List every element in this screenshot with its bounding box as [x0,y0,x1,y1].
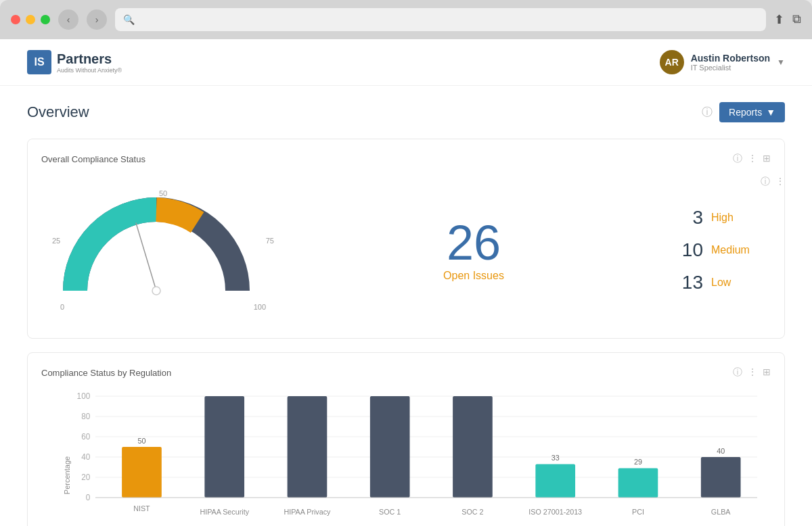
bar-chart-title: Compliance Status by Regulation [41,368,171,378]
card-title: Overall Compliance Status [41,154,145,164]
header-actions: ⓘ Reports ▼ [702,102,785,122]
reports-button[interactable]: Reports ▼ [719,102,785,122]
severity-low: 13 Low [676,272,757,293]
svg-rect-25 [535,464,575,498]
card-info-icon[interactable]: ⓘ [733,153,742,165]
right-info-icon[interactable]: ⓘ [761,176,770,188]
high-label: High [711,212,734,224]
minimize-button[interactable] [26,15,35,24]
compliance-status-card: Overall Compliance Status ⓘ ⋮ ⊞ [27,139,785,339]
forward-button[interactable]: › [87,9,107,30]
traffic-lights [11,15,50,24]
y-axis-label: Percentage [63,456,71,494]
medium-label: Medium [711,244,750,256]
logo-tagline: Audits Without Anxiety® [57,67,122,74]
issues-number: 26 [271,218,676,267]
svg-rect-14 [122,447,162,498]
overview-info-icon[interactable]: ⓘ [702,105,713,120]
close-button[interactable] [11,15,20,24]
right-more-icon[interactable]: ⋮ [775,176,785,188]
bar-grid-icon[interactable]: ⊞ [763,366,771,379]
right-card-actions: ⓘ ⋮ [761,176,785,188]
gauge-chart [55,183,258,311]
browser-chrome: ‹ › 🔍 ⬆ ⧉ [0,0,812,39]
maximize-button[interactable] [41,15,50,24]
svg-text:100: 100 [77,391,91,401]
card-header: Overall Compliance Status ⓘ ⋮ ⊞ [41,153,771,165]
gauge-label-50: 50 [159,189,167,197]
logo-text: Partners Audits Without Anxiety® [57,51,122,74]
back-button[interactable]: ‹ [58,9,78,30]
card-more-icon[interactable]: ⋮ [748,153,757,165]
gauge-label-100: 100 [254,303,266,311]
svg-text:SOC 1: SOC 1 [379,508,401,516]
svg-rect-23 [453,396,493,498]
gauge-container: 0 25 50 75 100 26 Open Issues 3 High [41,176,771,325]
svg-text:29: 29 [634,458,642,466]
svg-rect-19 [288,396,328,498]
svg-text:40: 40 [717,447,725,455]
user-info[interactable]: AR Austin Robertson IT Specialist ▼ [660,50,785,74]
open-issues: 26 Open Issues [271,218,676,282]
svg-point-1 [152,287,160,295]
search-icon: 🔍 [123,14,135,25]
gauge-wrap: 0 25 50 75 100 [55,183,271,318]
svg-text:GLBA: GLBA [711,508,731,516]
card-grid-icon[interactable]: ⊞ [763,153,771,165]
card-actions: ⓘ ⋮ ⊞ [733,153,771,165]
high-count: 3 [676,207,703,229]
svg-rect-17 [204,396,244,498]
copy-icon[interactable]: ⧉ [792,12,801,27]
user-name: Austin Robertson [691,53,770,64]
svg-text:ISO 27001-2013: ISO 27001-2013 [528,508,582,516]
medium-count: 10 [676,239,703,261]
svg-text:SOC 2: SOC 2 [461,508,483,516]
gauge-label-75: 75 [266,237,274,245]
bar-chart-card: Compliance Status by Regulation ⓘ ⋮ ⊞ Pe… [27,352,785,526]
issues-label: Open Issues [271,270,676,282]
browser-toolbar: ⬆ ⧉ [774,12,801,27]
gauge-label-0: 0 [60,303,64,311]
svg-line-0 [136,223,156,291]
svg-text:NIST: NIST [133,504,150,512]
svg-text:60: 60 [81,432,90,441]
svg-text:33: 33 [551,454,560,462]
reports-dropdown-arrow: ▼ [766,107,775,118]
logo-name: Partners [57,51,122,67]
address-bar[interactable]: 🔍 [115,8,766,31]
svg-text:HIPAA Security: HIPAA Security [200,508,249,516]
bar-chart-area: Percentage 100 80 60 40 20 [41,389,771,526]
top-nav: IS Partners Audits Without Anxiety® AR A… [0,39,812,86]
low-count: 13 [676,272,703,293]
share-icon[interactable]: ⬆ [774,12,784,27]
svg-text:20: 20 [81,473,90,482]
user-role: IT Specialist [691,64,770,72]
main-content: Overview ⓘ Reports ▼ Overall Compliance … [0,86,812,526]
svg-text:40: 40 [81,452,90,462]
app-window: IS Partners Audits Without Anxiety® AR A… [0,39,812,526]
bar-chart-svg: 100 80 60 40 20 0 50 NIST HIPAA Security [95,396,757,526]
page-header: Overview ⓘ Reports ▼ [27,102,785,122]
svg-rect-21 [370,396,410,498]
user-dropdown-arrow[interactable]: ▼ [777,57,785,67]
logo: IS Partners Audits Without Anxiety® [27,50,122,74]
severity-high: 3 High [676,207,757,229]
avatar: AR [660,50,684,74]
severity-list: 3 High 10 Medium 13 Low [676,207,757,293]
severity-medium: 10 Medium [676,239,757,261]
svg-text:0: 0 [86,493,91,502]
svg-text:80: 80 [81,412,90,421]
bar-info-icon[interactable]: ⓘ [733,366,742,379]
bar-chart-header: Compliance Status by Regulation ⓘ ⋮ ⊞ [41,366,771,379]
user-details: Austin Robertson IT Specialist [691,53,770,72]
svg-text:50: 50 [137,437,145,445]
bar-more-icon[interactable]: ⋮ [748,366,757,379]
svg-text:PCI: PCI [632,508,644,516]
bar-chart-actions: ⓘ ⋮ ⊞ [733,366,771,379]
low-label: Low [711,277,731,289]
gauge-label-25: 25 [52,237,60,245]
logo-icon: IS [27,50,51,74]
svg-rect-31 [701,457,741,498]
svg-rect-28 [618,469,658,498]
svg-text:HIPAA Privacy: HIPAA Privacy [284,508,331,516]
